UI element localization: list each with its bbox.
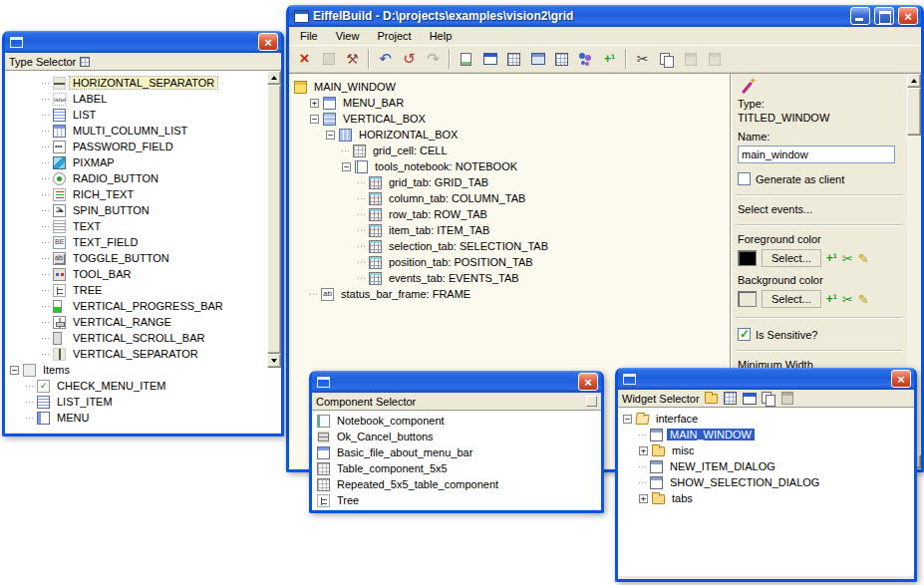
tree-row-list-item[interactable]: LIST_ITEM bbox=[5, 394, 281, 410]
copy-widget-button[interactable] bbox=[761, 391, 776, 406]
tree-row-main-window[interactable]: MAIN_WINDOW bbox=[289, 79, 730, 95]
background-color-swatch[interactable] bbox=[738, 291, 757, 307]
menu-project[interactable]: Project bbox=[368, 28, 420, 44]
tree-row-repeated-5x5-table-component[interactable]: Repeated_5x5_table_component bbox=[312, 476, 601, 492]
tree-row-pixmap[interactable]: PIXMAP bbox=[5, 154, 281, 170]
tree-row-label[interactable]: LABEL bbox=[5, 91, 281, 107]
grid-view-button[interactable] bbox=[502, 48, 525, 70]
tree-row-column-tab-column-tab[interactable]: column_tab: COLUMN_TAB bbox=[289, 190, 730, 206]
tree-row-tabs[interactable]: +tabs bbox=[618, 490, 914, 506]
show-widget-button[interactable] bbox=[742, 391, 758, 406]
tree-row-vertical-scroll-bar[interactable]: VERTICAL_SCROLL_BAR bbox=[5, 330, 281, 346]
tree-row-items[interactable]: −Items bbox=[5, 362, 281, 378]
tree-row-item-tab-item-tab[interactable]: item_tab: ITEM_TAB bbox=[289, 222, 730, 238]
generate-as-client-checkbox[interactable] bbox=[738, 172, 751, 185]
tree-row-list[interactable]: LIST bbox=[5, 107, 281, 123]
scroll-up-button[interactable] bbox=[267, 71, 281, 85]
redo-button[interactable]: ↷ bbox=[422, 48, 445, 70]
select-events-button[interactable]: Select events... bbox=[738, 203, 900, 215]
tree-row-position-tab-position-tab[interactable]: position_tab: POSITION_TAB bbox=[289, 254, 730, 270]
object-editor-button[interactable] bbox=[574, 48, 597, 70]
generate-code-button[interactable] bbox=[455, 48, 477, 70]
foreground-select-button[interactable]: Select... bbox=[762, 249, 821, 267]
maximize-button[interactable] bbox=[874, 7, 894, 25]
foreground-color-swatch[interactable] bbox=[738, 250, 757, 266]
tree-row-grid-tab-grid-tab[interactable]: grid_tab: GRID_TAB bbox=[289, 174, 730, 190]
reset-button[interactable]: ↺ bbox=[398, 48, 421, 70]
tree-row-menu[interactable]: MENU bbox=[5, 410, 281, 426]
tree-row-vertical-separator[interactable]: VERTICAL_SEPARATOR bbox=[5, 346, 281, 362]
tree-row-text[interactable]: TEXT bbox=[5, 218, 281, 234]
expand-toggle[interactable]: + bbox=[310, 99, 319, 108]
new-folder-button[interactable] bbox=[704, 391, 720, 406]
tree-row-status-bar-frame-frame[interactable]: status_bar_frame: FRAME bbox=[289, 286, 730, 302]
tree-row-password-field[interactable]: PASSWORD_FIELD bbox=[5, 139, 281, 154]
expand-toggle[interactable]: + bbox=[639, 494, 648, 503]
tree-row-ok-cancel-buttons[interactable]: Ok_Cancel_buttons bbox=[312, 429, 601, 444]
menu-help[interactable]: Help bbox=[421, 28, 462, 44]
tree-row-interface[interactable]: −interface bbox=[618, 411, 914, 427]
is-sensitive-checkbox[interactable] bbox=[738, 328, 751, 341]
new-item-button[interactable] bbox=[723, 391, 739, 406]
tree-row-grid-cell-cell[interactable]: grid_cell: CELL bbox=[289, 143, 730, 158]
paste-button[interactable] bbox=[679, 48, 702, 70]
expand-toggle[interactable]: + bbox=[639, 446, 648, 455]
scrollbar-thumb[interactable] bbox=[907, 88, 921, 136]
tree-row-horizontal-separator[interactable]: HORIZONTAL_SEPARATOR bbox=[5, 75, 281, 91]
tree-row-vertical-progress-bar[interactable]: VERTICAL_PROGRESS_BAR bbox=[5, 298, 281, 314]
delete-button[interactable]: × bbox=[293, 48, 316, 70]
tree-row-text-field[interactable]: TEXT_FIELD bbox=[5, 234, 281, 250]
tree-row-vertical-box[interactable]: −VERTICAL_BOX bbox=[289, 111, 730, 127]
build-button[interactable]: ⚒ bbox=[341, 48, 364, 70]
close-button[interactable]: × bbox=[578, 373, 598, 391]
collapse-toggle[interactable]: − bbox=[623, 415, 632, 424]
bg-add-constant-icon[interactable]: +¹ bbox=[826, 292, 837, 306]
tree-row-menu-bar[interactable]: +MENU_BAR bbox=[289, 95, 730, 111]
scroll-down-button[interactable] bbox=[267, 354, 281, 368]
tree-row-tool-bar[interactable]: TOOL_BAR bbox=[5, 266, 281, 282]
close-button[interactable]: × bbox=[258, 33, 278, 51]
fg-edit-icon[interactable]: ✎ bbox=[858, 251, 869, 266]
tree-row-tree[interactable]: TREE bbox=[5, 282, 281, 298]
rollup-button[interactable] bbox=[586, 396, 597, 407]
fg-modify-icon[interactable]: ✂ bbox=[842, 251, 853, 266]
collapse-toggle[interactable]: − bbox=[310, 115, 319, 124]
tree-row-vertical-range[interactable]: VERTICAL_RANGE bbox=[5, 314, 281, 330]
scrollbar-thumb[interactable] bbox=[267, 85, 281, 354]
tree-row-new-item-dialog[interactable]: NEW_ITEM_DIALOG bbox=[618, 458, 914, 474]
tree-row-multi-column-list[interactable]: MULTI_COLUMN_LIST bbox=[5, 123, 281, 139]
tree-row-selection-tab-selection-tab[interactable]: selection_tab: SELECTION_TAB bbox=[289, 238, 730, 254]
collapse-toggle[interactable]: − bbox=[326, 131, 335, 140]
paste-special-button[interactable] bbox=[703, 48, 726, 70]
tree-row-tools-notebook-notebook[interactable]: −tools_notebook: NOTEBOOK bbox=[289, 158, 730, 174]
tree-row-main-window[interactable]: MAIN_WINDOW bbox=[618, 427, 914, 442]
name-input[interactable] bbox=[738, 146, 895, 163]
title-bar[interactable]: × bbox=[5, 31, 281, 53]
close-button[interactable]: × bbox=[898, 7, 918, 25]
tree-row-check-menu-item[interactable]: CHECK_MENU_ITEM bbox=[5, 378, 281, 394]
tree-row-misc[interactable]: +misc bbox=[618, 442, 914, 458]
title-bar[interactable]: EiffelBuild - D:\projects\examples\visio… bbox=[289, 5, 921, 27]
tree-row-events-tab-events-tab[interactable]: events_tab: EVENTS_TAB bbox=[289, 270, 730, 286]
type-selector-scrollbar[interactable] bbox=[267, 71, 281, 368]
preview-window-button[interactable] bbox=[478, 48, 501, 70]
table-view-button[interactable] bbox=[550, 48, 573, 70]
close-button[interactable]: × bbox=[891, 370, 911, 388]
tree-row-radio-button[interactable]: RADIO_BUTTON bbox=[5, 170, 281, 186]
tree-row-tree[interactable]: Tree bbox=[312, 492, 601, 508]
magic-wand-icon[interactable] bbox=[740, 80, 756, 96]
undo-button[interactable]: ↶ bbox=[374, 48, 397, 70]
menu-file[interactable]: File bbox=[291, 28, 327, 44]
fg-add-constant-icon[interactable]: +¹ bbox=[826, 251, 837, 265]
tree-row-rich-text[interactable]: RICH_TEXT bbox=[5, 186, 281, 202]
scroll-up-button[interactable] bbox=[907, 74, 921, 88]
collapse-toggle[interactable]: − bbox=[10, 366, 19, 375]
tree-row-toggle-button[interactable]: TOGGLE_BUTTON bbox=[5, 250, 281, 266]
paste-widget-button[interactable] bbox=[779, 391, 795, 406]
title-bar[interactable]: × bbox=[312, 371, 601, 393]
titled-window-view-button[interactable] bbox=[526, 48, 549, 70]
tree-row-row-tab-row-tab[interactable]: row_tab: ROW_TAB bbox=[289, 206, 730, 222]
tree-row-notebook-component[interactable]: Notebook_component bbox=[312, 413, 601, 429]
minimize-button[interactable] bbox=[850, 7, 870, 25]
title-bar[interactable]: × bbox=[618, 368, 914, 390]
